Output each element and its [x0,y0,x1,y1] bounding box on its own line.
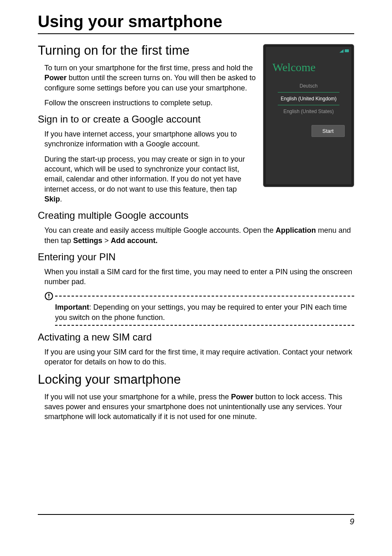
svg-rect-3 [48,297,49,298]
sub-activating-sim: Activating a new SIM card [38,331,354,343]
chapter-title: Using your smartphone [38,12,354,34]
text-fragment: You can create and easily access multipl… [44,226,276,234]
important-text: Important: Depending on your settings, y… [55,301,354,325]
status-bar [266,47,351,54]
language-option-prev[interactable]: Deutsch [278,80,339,92]
para-turn-on-1: To turn on your smartphone for the first… [44,63,256,93]
para-sim: If you are using your SIM card for the f… [44,347,354,367]
dash-line [55,296,354,297]
para-pin: When you install a SIM card for the firs… [44,267,354,287]
page-number: 9 [350,517,354,526]
para-turn-on-2: Follow the onscreen instructions to comp… [44,98,256,108]
text-fragment: . [60,195,62,203]
section-locking: Locking your smartphone [38,372,354,387]
language-option-selected[interactable]: English (United Kingdom) [278,92,339,105]
signal-icon [339,47,344,54]
footer-rule [38,514,354,515]
text-fragment: > [102,236,111,245]
welcome-screen-figure: Welcome Deutsch English (United Kingdom)… [263,44,354,187]
para-signin-2: During the start-up process, you may cre… [44,154,256,204]
sub-entering-pin: Entering your PIN [38,251,354,263]
dash-line [55,325,354,326]
start-button[interactable]: Start [311,125,345,137]
language-option-next[interactable]: English (United States) [278,105,339,118]
battery-icon [345,49,349,52]
text-bold-important: Important [55,303,89,311]
important-note: Important: Depending on your settings, y… [44,292,354,326]
sub-multiple-accounts: Creating multiple Google accounts [38,210,354,221]
text-fragment: button until the screen turns on. You wi… [44,74,256,92]
welcome-title: Welcome [266,54,351,80]
svg-marker-0 [339,49,344,53]
para-locking: If you will not use your smartphone for … [44,392,354,422]
para-signin-1: If you have internet access, your smartp… [44,129,256,149]
text-bold-settings: Settings [73,236,102,245]
text-fragment: : Depending on your settings, you may be… [55,303,347,321]
text-fragment: To turn on your smartphone for the first… [44,64,253,72]
text-bold-application: Application [276,226,316,234]
language-list: Deutsch English (United Kingdom) English… [266,80,351,118]
text-bold-skip: Skip [44,195,60,203]
svg-rect-2 [48,294,49,297]
text-fragment: If you will not use your smartphone for … [44,393,231,401]
text-bold-add-account: Add account. [111,236,158,245]
para-multiple: You can create and easily access multipl… [44,225,354,246]
important-icon [44,292,53,301]
text-bold-power: Power [44,74,67,82]
text-fragment: During the start-up process, you may cre… [44,155,245,193]
text-bold-power: Power [231,393,253,401]
